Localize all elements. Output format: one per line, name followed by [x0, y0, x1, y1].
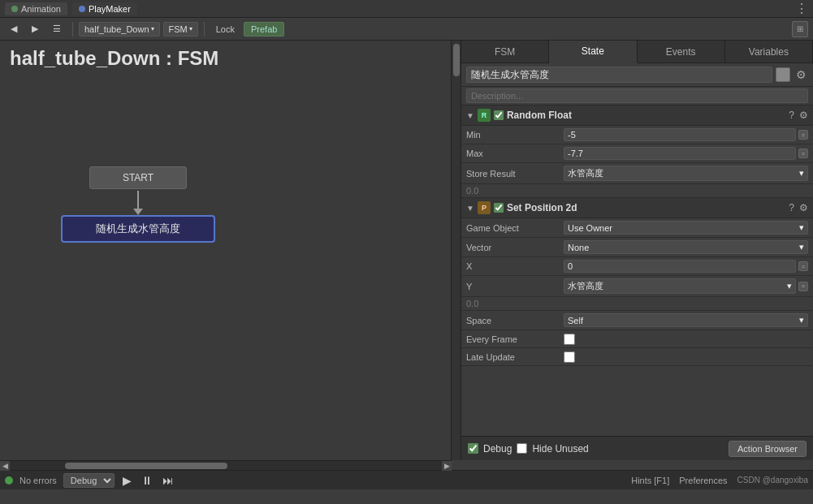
main-area: half_tube_Down : FSM START 随机生成水管高度 FSM — [0, 41, 813, 460]
action-browser-button[interactable]: Action Browser — [729, 441, 807, 457]
prop-space-label: Space — [466, 316, 564, 325]
action-enabled-checkbox[interactable] — [494, 110, 504, 120]
vertical-scrollbar[interactable] — [452, 41, 461, 460]
state-color-swatch[interactable] — [776, 67, 790, 82]
forward-button[interactable]: ▶ — [26, 21, 44, 37]
random-float-icon: R — [478, 109, 491, 122]
every-frame-checkbox[interactable] — [564, 334, 575, 345]
prop-eq-icon[interactable]: = — [798, 130, 808, 140]
prop-min-row: Min = — [461, 126, 813, 144]
chevron-down-icon-space: ▾ — [799, 315, 804, 325]
debug-checkbox[interactable] — [468, 443, 478, 454]
state-name-input[interactable] — [466, 67, 772, 83]
prop-min-value: = — [564, 128, 808, 141]
action-gear-icon[interactable]: ⚙ — [799, 110, 808, 121]
prop-space-row: Space Self ▾ — [461, 311, 813, 330]
back-button[interactable]: ◀ — [5, 21, 23, 37]
action-set-position-header: ▼ P Set Position 2d ? ⚙ — [461, 198, 813, 218]
toolbar-sep-1 — [72, 22, 73, 37]
prop-store-result-dropdown[interactable]: 水管高度 ▾ — [564, 166, 808, 181]
action-title: Random Float — [507, 110, 572, 121]
start-node[interactable]: START — [89, 166, 187, 189]
scroll-thumb[interactable] — [453, 44, 460, 76]
prop-x-input[interactable] — [564, 260, 796, 273]
hide-unused-checkbox[interactable] — [517, 443, 527, 454]
collapse-icon-2[interactable]: ▼ — [466, 204, 474, 213]
prefab-button[interactable]: Prefab — [244, 22, 284, 37]
tab-state[interactable]: State — [549, 41, 637, 63]
prop-store-result-row: Store Result 水管高度 ▾ — [461, 163, 813, 184]
fsm-panel: half_tube_Down : FSM START 随机生成水管高度 — [0, 41, 452, 460]
no-errors-label: No errors — [19, 476, 57, 485]
state-gear-button[interactable]: ⚙ — [794, 67, 808, 82]
tab-playmaker[interactable]: PlayMaker — [72, 2, 137, 15]
help-icon[interactable]: ? — [789, 110, 794, 121]
description-input[interactable] — [466, 88, 808, 103]
action2-enabled-checkbox[interactable] — [494, 203, 504, 213]
state-node[interactable]: 随机生成水管高度 — [61, 215, 215, 243]
prop-max-value: = — [564, 147, 808, 160]
chevron-down-icon: ▾ — [151, 25, 154, 32]
description-row — [461, 87, 813, 106]
prop-eq-icon-y[interactable]: = — [798, 282, 808, 291]
collapse-icon[interactable]: ▼ — [466, 111, 474, 120]
preferences-label[interactable]: Preferences — [679, 476, 727, 485]
tab-options-icon[interactable]: ⋮ — [795, 1, 808, 16]
prop-y-value: 水管高度 ▾ = — [564, 278, 808, 294]
prop-max-label: Max — [466, 149, 564, 158]
lock-button[interactable]: Lock — [210, 22, 240, 37]
tab-fsm[interactable]: FSM — [461, 41, 549, 62]
prop-store-result-value: 水管高度 ▾ — [564, 166, 808, 181]
tab-events[interactable]: Events — [638, 41, 725, 62]
prop-max-row: Max = — [461, 144, 813, 163]
main-toolbar: ◀ ▶ ☰ half_tube_Down ▾ FSM ▾ Lock Prefab… — [0, 18, 813, 41]
prop-x-value: = — [564, 260, 808, 273]
prop-max-input[interactable] — [564, 147, 796, 160]
scroll-left-button[interactable]: ◀ — [0, 461, 10, 471]
action2-gear-icon[interactable]: ⚙ — [799, 202, 808, 213]
prop-space-dropdown[interactable]: Self ▾ — [564, 313, 808, 327]
chevron-down-icon-2: ▾ — [189, 25, 192, 32]
debug-select[interactable]: Debug — [63, 473, 115, 488]
debug-label: Debug — [483, 443, 512, 454]
prop-gameobject-label: Game Object — [466, 223, 564, 233]
menu-button[interactable]: ☰ — [47, 21, 67, 37]
chevron-down-icon-store: ▾ — [799, 168, 804, 179]
actions-scroll[interactable]: ▼ R Random Float ? ⚙ Min = — [461, 106, 813, 436]
status-dot-icon — [5, 476, 13, 485]
play-button[interactable]: ▶ — [121, 472, 133, 489]
prop-gameobject-value: Use Owner ▾ — [564, 221, 808, 235]
h-scroll-thumb[interactable] — [65, 463, 227, 469]
prop-gameobject-dropdown[interactable]: Use Owner ▾ — [564, 221, 808, 235]
prop-min-input[interactable] — [564, 128, 796, 141]
horizontal-scrollbar[interactable]: ◀ ▶ — [0, 460, 452, 470]
playmaker-dot-icon — [79, 6, 85, 12]
prop-y-row: Y 水管高度 ▾ = — [461, 276, 813, 297]
fsm-label-dropdown[interactable]: FSM ▾ — [163, 22, 198, 37]
prop-y-dropdown[interactable]: 水管高度 ▾ — [564, 278, 796, 294]
fsm-label-text: FSM — [169, 24, 188, 34]
state-name-row: ⚙ — [461, 63, 813, 87]
fsm-name-dropdown[interactable]: half_tube_Down ▾ — [79, 22, 160, 37]
late-update-checkbox[interactable] — [564, 351, 575, 363]
tab-playmaker-label: PlayMaker — [89, 4, 131, 14]
scroll-right-button[interactable]: ▶ — [442, 461, 452, 471]
fsm-canvas[interactable]: half_tube_Down : FSM START 随机生成水管高度 — [0, 41, 451, 460]
prop-x-row: X = — [461, 257, 813, 276]
prop-every-frame-label: Every Frame — [466, 334, 564, 344]
tab-animation[interactable]: Animation — [5, 2, 67, 15]
hints-label[interactable]: Hints [F1] — [631, 476, 669, 485]
pause-button[interactable]: ⏸ — [140, 472, 154, 489]
animation-dot-icon — [11, 6, 18, 12]
prop-eq-icon-x[interactable]: = — [798, 261, 808, 271]
prop-eq-icon-2[interactable]: = — [798, 149, 808, 158]
right-panel: FSM State Events Variables ⚙ — [461, 41, 813, 460]
prop-vector-dropdown[interactable]: None ▾ — [564, 240, 808, 254]
tab-variables[interactable]: Variables — [725, 41, 813, 62]
grid-icon[interactable]: ⊞ — [792, 21, 808, 37]
faint-value-row-2: 0.0 — [461, 297, 813, 311]
step-button[interactable]: ⏭ — [161, 472, 175, 489]
help-icon-2[interactable]: ? — [789, 202, 794, 213]
right-tabs: FSM State Events Variables — [461, 41, 813, 63]
prop-store-result-label: Store Result — [466, 169, 564, 179]
